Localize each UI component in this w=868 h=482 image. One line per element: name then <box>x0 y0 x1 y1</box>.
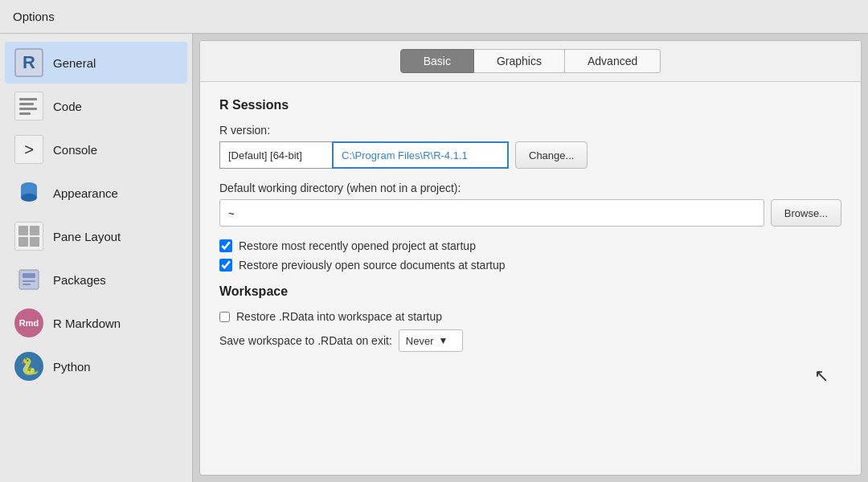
sidebar-item-pane-layout[interactable]: Pane Layout <box>5 215 187 257</box>
dropdown-arrow-icon: ▼ <box>438 335 448 346</box>
sidebar-label-pane-layout: Pane Layout <box>53 230 121 243</box>
rmd-icon: Rmd <box>14 308 43 337</box>
sidebar-item-packages[interactable]: Packages <box>5 259 187 300</box>
python-icon: 🐍 <box>14 352 43 381</box>
svg-rect-6 <box>23 284 31 285</box>
svg-rect-4 <box>23 273 35 278</box>
restore-rdata-row: Restore .RData into workspace at startup <box>219 310 841 323</box>
save-workspace-dropdown[interactable]: Never ▼ <box>399 329 463 352</box>
panel-content: R Sessions R version: [Default] [64-bit]… <box>200 82 861 475</box>
sidebar-item-general[interactable]: R General <box>5 42 187 84</box>
working-dir-input[interactable] <box>219 199 764 227</box>
r-version-row: [Default] [64-bit] C:\Program Files\R\R-… <box>219 141 509 169</box>
tab-graphics[interactable]: Graphics <box>474 49 565 73</box>
sidebar-item-r-markdown[interactable]: Rmd R Markdown <box>5 302 187 344</box>
workspace-section: Workspace Restore .RData into workspace … <box>219 284 841 352</box>
sidebar-label-console: Console <box>53 143 97 157</box>
sidebar-label-python: Python <box>53 360 91 374</box>
packages-icon <box>14 265 43 294</box>
svg-rect-5 <box>23 280 35 282</box>
restore-project-label: Restore most recently opened project at … <box>239 239 476 252</box>
sidebar-label-packages: Packages <box>53 273 106 287</box>
r-version-path: C:\Program Files\R\R-4.1.1 <box>332 141 509 169</box>
restore-source-checkbox[interactable] <box>219 259 232 272</box>
svg-rect-3 <box>19 270 39 289</box>
sidebar: R General Code > Console <box>0 34 193 482</box>
save-workspace-row: Save workspace to .RData on exit: Never … <box>219 329 841 352</box>
r-version-label: R version: <box>219 124 841 137</box>
sidebar-label-code: Code <box>53 100 82 113</box>
sidebar-item-appearance[interactable]: Appearance <box>5 172 187 214</box>
sidebar-label-r-markdown: R Markdown <box>53 317 121 330</box>
restore-rdata-label: Restore .RData into workspace at startup <box>236 310 442 323</box>
pane-layout-icon <box>14 222 43 251</box>
sidebar-item-code[interactable]: Code <box>5 85 187 127</box>
restore-rdata-checkbox[interactable] <box>219 312 230 322</box>
svg-point-2 <box>21 194 37 202</box>
appearance-icon <box>14 178 43 207</box>
restore-source-label: Restore previously open source documents… <box>239 259 506 272</box>
workspace-title: Workspace <box>219 284 841 299</box>
working-dir-label: Default working directory (when not in a… <box>219 182 841 194</box>
r-icon: R <box>14 48 43 77</box>
working-dir-row: Browse... <box>219 199 841 227</box>
window-title: Options <box>13 10 55 23</box>
r-version-default: [Default] [64-bit] <box>219 141 332 169</box>
tab-advanced[interactable]: Advanced <box>565 49 661 73</box>
change-button[interactable]: Change... <box>515 141 588 169</box>
sidebar-label-general: General <box>53 56 96 70</box>
cursor-arrow-icon: ↖ <box>814 366 829 386</box>
restore-project-row: Restore most recently opened project at … <box>219 239 841 252</box>
restore-source-row: Restore previously open source documents… <box>219 259 841 272</box>
console-icon: > <box>14 135 43 164</box>
tabs-bar: Basic Graphics Advanced <box>200 41 861 82</box>
tab-basic[interactable]: Basic <box>400 49 474 73</box>
restore-project-checkbox[interactable] <box>219 239 232 252</box>
r-sessions-title: R Sessions <box>219 98 841 112</box>
browse-button[interactable]: Browse... <box>771 199 841 227</box>
sidebar-item-python[interactable]: 🐍 Python <box>5 345 187 387</box>
save-workspace-label: Save workspace to .RData on exit: <box>219 334 392 347</box>
content-area: Basic Graphics Advanced R Sessions R ver… <box>199 40 862 476</box>
code-icon <box>14 92 43 120</box>
save-workspace-value: Never <box>406 335 434 347</box>
sidebar-item-console[interactable]: > Console <box>5 129 187 170</box>
sidebar-label-appearance: Appearance <box>53 186 118 200</box>
